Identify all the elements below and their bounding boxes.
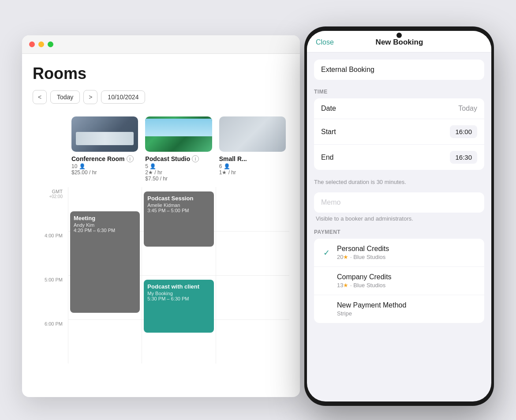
event-podcast-client-time: 5:30 PM – 6:30 PM xyxy=(147,296,210,301)
time-card: Date Today Start 16:00 End 16:30 xyxy=(314,98,484,170)
podcast-studio-name: Podcast Studio i xyxy=(145,155,212,162)
close-button[interactable]: Close xyxy=(316,38,334,46)
date-label: Date xyxy=(321,105,336,112)
check-icon: ✓ xyxy=(321,248,332,258)
time-label-gmt: GMT +02:00 xyxy=(33,187,68,231)
small-rating: 1★ / hr xyxy=(219,169,286,176)
start-row[interactable]: Start 16:00 xyxy=(314,119,484,145)
company-credits-name: Company Credits xyxy=(337,273,477,281)
date-value: Today xyxy=(458,105,477,112)
close-window-btn[interactable] xyxy=(29,41,35,47)
new-payment-name: New Payment Method xyxy=(337,301,477,309)
event-meeting-title: Meeting xyxy=(74,215,136,221)
prev-button[interactable]: < xyxy=(33,90,47,104)
room-col-small: Small R... 6 👤 1★ / hr xyxy=(216,113,289,187)
room-col-podcast: Podcast Studio i 5 👤 2★ / hr $7.50 / hr xyxy=(142,113,215,187)
payment-card: ✓ Personal Credits 20★ · Blue Studios Co xyxy=(314,239,484,323)
phone-notch xyxy=(396,33,402,38)
start-value[interactable]: 16:00 xyxy=(450,125,477,138)
memo-card[interactable]: Memo xyxy=(314,192,484,213)
page-title: Rooms xyxy=(33,64,289,83)
date-row[interactable]: Date Today xyxy=(314,98,484,119)
time-grid: GMT +02:00 4:00 PM 5:00 PM 6:00 PM xyxy=(33,187,289,364)
event-meeting-time: 4:20 PM – 6:30 PM xyxy=(74,228,136,233)
calendar-container: Conference Room i 10 👤 $25.00 / hr Podca… xyxy=(33,113,289,364)
event-podcast-session-person: Amelie Kidman xyxy=(147,202,210,208)
booking-title: New Booking xyxy=(376,38,423,47)
star-icon: ★ xyxy=(343,254,348,260)
star-icon-2: ★ xyxy=(343,282,348,289)
conference-capacity: 10 👤 xyxy=(71,163,138,169)
small-room-name: Small R... xyxy=(219,155,286,162)
end-row[interactable]: End 16:30 xyxy=(314,145,484,170)
memo-visible-text: Visible to a booker and administrators. xyxy=(314,215,484,222)
window-content: Rooms < Today > 10/10/2024 Conference Ro… xyxy=(22,54,300,396)
booking-body: TIME Date Today Start 16:00 End xyxy=(307,52,491,397)
conference-price: $25.00 / hr xyxy=(71,169,138,176)
window-titlebar xyxy=(22,35,300,54)
payment-new-method[interactable]: New Payment Method Stripe xyxy=(314,295,484,323)
next-button[interactable]: > xyxy=(83,90,97,104)
room-col-conference: Conference Room i 10 👤 $25.00 / hr xyxy=(68,113,142,187)
grid-col-podcast: Podcast Session Amelie Kidman 3:45 PM – … xyxy=(142,187,215,364)
phone-frame: Close New Booking TIME Date Today xyxy=(304,26,494,406)
podcast-studio-photo xyxy=(145,116,212,152)
new-payment-sub: Stripe xyxy=(337,310,477,317)
time-label-5pm: 5:00 PM xyxy=(33,275,68,319)
time-labels: GMT +02:00 4:00 PM 5:00 PM 6:00 PM xyxy=(33,187,68,364)
duration-text: The selected duration is 30 minutes. xyxy=(314,179,484,191)
maximize-window-btn[interactable] xyxy=(48,41,53,47)
phone-wrapper: Close New Booking TIME Date Today xyxy=(304,26,494,406)
payment-section-label: PAYMENT xyxy=(314,229,484,235)
desktop-window: Rooms < Today > 10/10/2024 Conference Ro… xyxy=(22,35,300,397)
event-podcast-session-title: Podcast Session xyxy=(147,195,210,202)
personal-credits-sub: 20★ · Blue Studios xyxy=(337,254,477,260)
company-credits-sub: 13★ · Blue Studios xyxy=(337,282,477,289)
event-meeting-person: Andy Kim xyxy=(74,222,136,228)
end-value[interactable]: 16:30 xyxy=(450,151,477,164)
phone-screen: Close New Booking TIME Date Today xyxy=(307,31,491,401)
personal-credits-name: Personal Credits xyxy=(337,245,477,253)
grid-col-conference: Meeting Andy Kim 4:20 PM – 6:30 PM xyxy=(68,187,142,364)
event-podcast-session[interactable]: Podcast Session Amelie Kidman 3:45 PM – … xyxy=(144,191,213,247)
payment-company-credits[interactable]: Company Credits 13★ · Blue Studios xyxy=(314,267,484,295)
payment-personal-credits[interactable]: ✓ Personal Credits 20★ · Blue Studios xyxy=(314,239,484,267)
nav-bar: < Today > 10/10/2024 xyxy=(33,90,289,104)
conference-info-icon[interactable]: i xyxy=(127,155,134,162)
booking-name-input[interactable] xyxy=(321,66,477,74)
grid-col-small xyxy=(216,187,289,364)
conference-room-photo xyxy=(71,116,138,152)
end-label: End xyxy=(321,154,333,161)
rooms-header: Conference Room i 10 👤 $25.00 / hr Podca… xyxy=(33,113,289,187)
start-label: Start xyxy=(321,128,336,136)
podcast-info-icon[interactable]: i xyxy=(192,155,199,162)
event-podcast-client[interactable]: Podcast with client My Booking 5:30 PM –… xyxy=(144,280,213,333)
today-button[interactable]: Today xyxy=(50,90,80,104)
date-display: 10/10/2024 xyxy=(101,90,145,104)
conference-room-name: Conference Room i xyxy=(71,155,138,162)
small-capacity: 6 👤 xyxy=(219,163,286,169)
event-podcast-session-time: 3:45 PM – 5:00 PM xyxy=(147,208,210,213)
podcast-rating: 2★ / hr xyxy=(145,169,212,176)
booking-name-card xyxy=(314,60,484,80)
minimize-window-btn[interactable] xyxy=(38,41,44,47)
time-label-4pm: 4:00 PM xyxy=(33,231,68,275)
small-room-photo xyxy=(219,116,286,152)
podcast-capacity: 5 👤 xyxy=(145,163,212,169)
event-meeting[interactable]: Meeting Andy Kim 4:20 PM – 6:30 PM xyxy=(70,211,140,313)
time-section-label: TIME xyxy=(314,89,484,95)
podcast-price: $7.50 / hr xyxy=(145,176,212,182)
event-podcast-client-person: My Booking xyxy=(147,291,210,296)
time-label-6pm: 6:00 PM xyxy=(33,319,68,364)
memo-placeholder: Memo xyxy=(321,199,340,206)
event-podcast-client-title: Podcast with client xyxy=(147,283,210,290)
